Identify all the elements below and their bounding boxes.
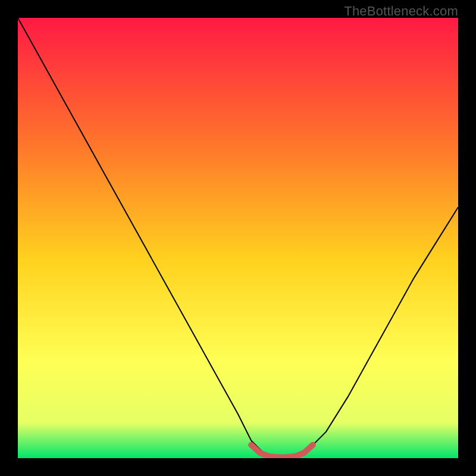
- watermark-text: TheBottleneck.com: [344, 4, 458, 19]
- chart-svg: [18, 18, 458, 458]
- gradient-background: [18, 18, 458, 458]
- chart-frame: TheBottleneck.com: [0, 0, 476, 476]
- plot-area: [18, 18, 458, 458]
